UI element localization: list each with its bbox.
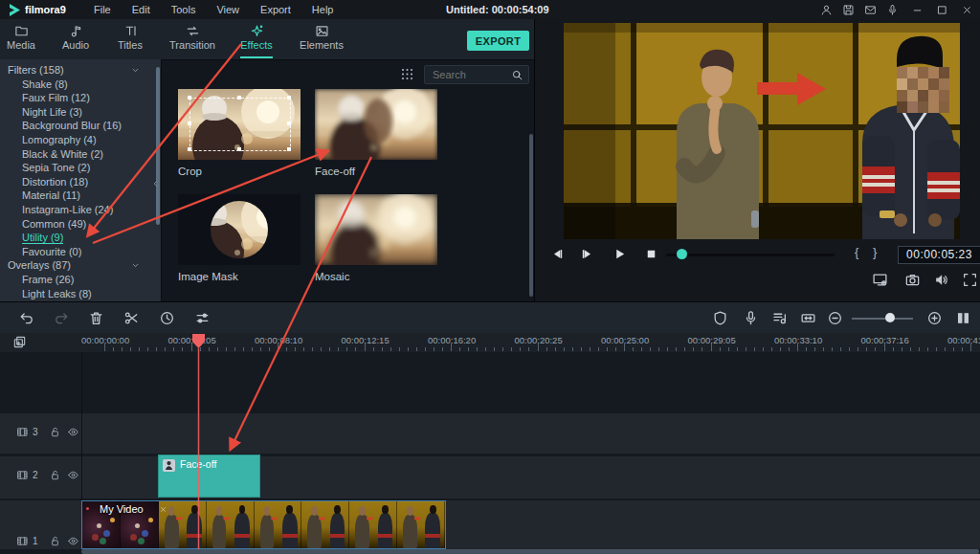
sidebar-item-material[interactable]: Material (11) (0, 188, 161, 203)
ruler-tick (528, 347, 529, 351)
mixer-icon[interactable] (771, 310, 788, 326)
track-lock-icon[interactable] (49, 469, 61, 481)
shield-icon[interactable] (712, 310, 728, 326)
play-icon[interactable] (612, 247, 627, 261)
mark-out-button[interactable]: } (873, 245, 877, 259)
close-icon[interactable] (961, 4, 973, 16)
effect-card-crop[interactable]: Crop (178, 89, 301, 177)
tab-titles[interactable]: Titles (97, 22, 164, 58)
maximize-icon[interactable] (936, 4, 948, 16)
ruler-tick (217, 347, 218, 351)
sidebar-scrollbar[interactable] (156, 67, 160, 225)
effects-scrollbar[interactable] (529, 134, 533, 297)
timeline-zoom-knob[interactable] (885, 313, 895, 322)
effect-card-mosaic[interactable]: Mosaic (315, 194, 437, 282)
menu-file[interactable]: File (94, 4, 111, 15)
collapse-panel-icon[interactable] (150, 171, 161, 196)
scissors-icon[interactable] (123, 310, 140, 326)
sidebar-item-black-white[interactable]: Black & White (2) (0, 147, 161, 162)
trash-icon[interactable] (88, 310, 104, 326)
sidebar-item-frame[interactable]: Frame (26) (0, 273, 161, 287)
tab-elements[interactable]: Elements (288, 22, 355, 58)
tab-transition[interactable]: Transition (159, 22, 226, 58)
sidebar-item-overlays[interactable]: Overlays (87) (0, 258, 161, 273)
sidebar-item-label: Shake (8) (22, 78, 68, 90)
account-icon[interactable] (820, 4, 833, 16)
ruler-tick (113, 347, 114, 351)
timeline-zoom-slider[interactable] (852, 318, 913, 320)
mic-icon[interactable] (886, 4, 899, 16)
panels-icon[interactable] (955, 310, 971, 326)
video-preview[interactable] (564, 23, 960, 239)
track-visibility-icon[interactable] (67, 469, 79, 481)
undo-icon[interactable] (18, 310, 34, 326)
menu-view[interactable]: View (216, 4, 239, 15)
manage-tracks-icon[interactable] (12, 335, 27, 349)
sidebar-item-common[interactable]: Common (49) (0, 217, 161, 232)
snapshot-icon[interactable] (904, 272, 921, 288)
timeline-horizontal-scrollbar[interactable] (81, 549, 979, 554)
track-lock-icon[interactable] (49, 535, 61, 547)
sidebar-item-faux-film[interactable]: Faux Film (12) (0, 91, 161, 105)
export-button[interactable]: EXPORT (467, 31, 529, 51)
adjust-icon[interactable] (194, 310, 211, 326)
sidebar-item-shake[interactable]: Shake (8) (0, 78, 161, 92)
redo-icon[interactable] (54, 310, 70, 326)
grid-view-icon[interactable] (400, 67, 414, 81)
fit-width-icon[interactable] (800, 310, 816, 326)
menu-tools[interactable]: Tools (171, 4, 196, 15)
sidebar-item-utility[interactable]: Utility (9) (0, 231, 161, 245)
chevron-down-icon[interactable] (130, 260, 141, 271)
sidebar-item-background-blur[interactable]: Background Blur (16) (0, 119, 161, 133)
track-visibility-icon[interactable] (67, 426, 79, 438)
timeline-clip-myvideo[interactable]: My Video (81, 500, 446, 549)
zoom-in-icon[interactable] (926, 310, 943, 326)
mark-in-button[interactable]: { (855, 245, 858, 259)
menu-edit[interactable]: Edit (132, 4, 150, 15)
tab-effects[interactable]: Effects (223, 22, 290, 58)
sidebar-item-distortion[interactable]: Distortion (18) (0, 175, 161, 189)
minimize-icon[interactable] (911, 4, 924, 16)
film-icon (16, 469, 29, 481)
monitor-settings-icon[interactable] (872, 272, 888, 288)
sidebar-item-light-leaks[interactable]: Light Leaks (8) (0, 287, 161, 301)
timeline-ruler[interactable]: 00:00:00:0000:00:04:0500:00:08:1000:00:1… (0, 333, 980, 352)
preview-timecode[interactable]: 00:00:05:23 (898, 246, 980, 264)
step-forward-icon[interactable] (580, 247, 594, 261)
clip-close-icon[interactable] (159, 505, 167, 514)
save-icon[interactable] (842, 4, 855, 16)
stop-icon[interactable] (644, 247, 658, 261)
menu-export[interactable]: Export (260, 4, 291, 15)
volume-icon[interactable] (933, 272, 949, 288)
clock-icon[interactable] (159, 310, 175, 326)
tab-label: Titles (97, 39, 164, 51)
step-back-icon[interactable] (550, 247, 565, 261)
chevron-down-icon[interactable] (130, 65, 141, 76)
sidebar-item-night-life[interactable]: Night Life (3) (0, 105, 161, 120)
sidebar-item-filters[interactable]: Filters (158) (0, 63, 161, 78)
zoom-out-icon[interactable] (827, 310, 843, 326)
ruler-tick (295, 347, 296, 351)
ruler-tick (893, 347, 894, 351)
search-icon[interactable] (511, 69, 523, 81)
search-box[interactable] (424, 65, 529, 84)
timeline-clip-faceoff[interactable]: Face-off (158, 454, 260, 498)
track-visibility-icon[interactable] (67, 535, 79, 547)
ruler-tick (581, 347, 582, 351)
sidebar-item-favourite[interactable]: Favourite (0) (0, 245, 161, 259)
mail-icon[interactable] (864, 4, 877, 16)
scrubber-knob[interactable] (677, 249, 687, 259)
track-number: 3 (33, 427, 38, 437)
sidebar-item-instagram-like[interactable]: Instagram-Like (24) (0, 203, 161, 217)
sidebar-item-lomography[interactable]: Lomography (4) (0, 133, 161, 147)
track-lock-icon[interactable] (49, 426, 61, 438)
mic-icon[interactable] (743, 310, 759, 326)
menu-help[interactable]: Help (312, 4, 334, 15)
search-input[interactable] (425, 69, 511, 80)
preview-scrubber[interactable] (666, 254, 835, 256)
effect-card-mask[interactable]: Image Mask (178, 194, 301, 282)
sidebar-item-sepia-tone[interactable]: Sepia Tone (2) (0, 161, 161, 175)
fullscreen-icon[interactable] (962, 272, 978, 288)
ruler-tick (720, 347, 721, 351)
effect-card-faceoff[interactable]: Face-off (315, 89, 437, 177)
